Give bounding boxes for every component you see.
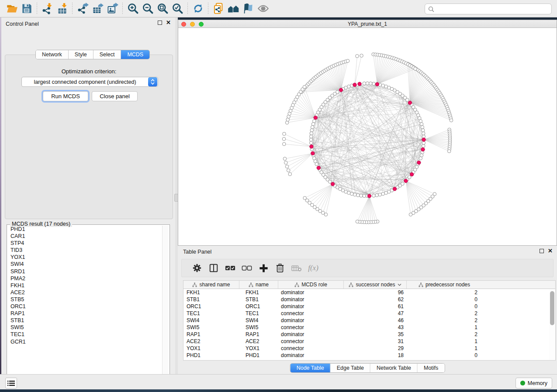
graph-node[interactable] — [283, 157, 287, 161]
graph-hub-node[interactable] — [404, 179, 408, 182]
table-row[interactable]: SWI4SWI4dominator462 — [183, 317, 555, 324]
table-row[interactable]: FKH1FKH1dominator962 — [183, 289, 555, 296]
mcds-result-item[interactable]: FKH1 — [8, 282, 162, 289]
graph-hub-node[interactable] — [408, 101, 412, 104]
tab-select[interactable]: Select — [93, 50, 121, 59]
mcds-result-item[interactable]: RAP1 — [8, 310, 162, 317]
graph-hub-node[interactable] — [393, 187, 396, 191]
network-graph[interactable] — [178, 28, 557, 245]
import-network-icon[interactable] — [40, 2, 55, 16]
search-input[interactable] — [434, 4, 551, 14]
network-canvas[interactable] — [178, 28, 557, 245]
graph-hub-node[interactable] — [417, 161, 421, 164]
graph-node[interactable] — [311, 125, 314, 129]
run-mcds-button[interactable]: Run MCDS — [43, 91, 88, 101]
close-icon[interactable]: ✕ — [166, 21, 171, 25]
graph-node[interactable] — [303, 85, 306, 89]
graph-node[interactable] — [408, 175, 411, 179]
graph-node[interactable] — [309, 138, 313, 141]
close-icon[interactable]: ✕ — [548, 249, 553, 253]
memory-button[interactable]: Memory — [515, 378, 552, 389]
mcds-result-item[interactable]: STB1 — [8, 317, 162, 324]
graph-node[interactable] — [303, 196, 307, 200]
show-columns-icon[interactable] — [205, 260, 222, 276]
graph-hub-node[interactable] — [367, 194, 371, 198]
graph-node[interactable] — [285, 121, 289, 124]
mcds-result-item[interactable]: STB5 — [8, 296, 162, 303]
save-session-icon[interactable] — [19, 2, 34, 16]
graph-node[interactable] — [310, 132, 313, 135]
first-neighbors-icon[interactable] — [226, 2, 241, 16]
mcds-list-scrollbar[interactable] — [162, 226, 169, 382]
mcds-result-item[interactable]: GCR1 — [8, 338, 162, 345]
graph-hub-node[interactable] — [358, 82, 361, 86]
graph-node[interactable] — [356, 193, 360, 197]
graph-node[interactable] — [282, 142, 286, 146]
graph-hub-node[interactable] — [314, 116, 317, 119]
graph-node[interactable] — [315, 162, 318, 166]
graph-node[interactable] — [356, 55, 359, 58]
mcds-result-item[interactable]: SWI4 — [8, 261, 162, 268]
column-header-MCDS-role[interactable]: MCDS role — [278, 281, 344, 289]
graph-node[interactable] — [311, 122, 315, 126]
graph-node[interactable] — [309, 135, 313, 138]
tab-edge-table[interactable]: Edge Table — [331, 364, 370, 372]
graph-node[interactable] — [421, 129, 425, 132]
network-window-titlebar[interactable]: YPA_prune.txt_1 — [178, 20, 557, 28]
tab-mcds[interactable]: MCDS — [121, 50, 149, 59]
close-panel-button[interactable]: Close panel — [92, 91, 138, 101]
graph-node[interactable] — [422, 144, 425, 148]
table-row[interactable]: YOX1YOX1connector291 — [183, 345, 555, 352]
table-row[interactable]: ORC1ORC1dominator610 — [183, 303, 555, 310]
graph-node[interactable] — [288, 172, 292, 176]
graph-node[interactable] — [360, 194, 363, 197]
graph-node[interactable] — [283, 132, 286, 136]
table-row[interactable]: STB1STB1dominator620 — [183, 296, 555, 303]
graph-node[interactable] — [353, 193, 356, 196]
mcds-result-item[interactable]: ORC1 — [8, 303, 162, 310]
graph-hub-node[interactable] — [339, 88, 343, 92]
table-scrollbar-thumb[interactable] — [550, 291, 554, 325]
graph-node[interactable] — [372, 194, 376, 197]
graph-node[interactable] — [422, 132, 425, 135]
tab-network[interactable]: Network — [36, 50, 69, 59]
graph-node[interactable] — [310, 129, 314, 132]
graph-hub-node[interactable] — [310, 145, 313, 148]
mcds-result-item[interactable]: TID3 — [8, 247, 162, 254]
graph-node[interactable] — [328, 180, 332, 183]
graph-node[interactable] — [401, 182, 405, 186]
table-row[interactable]: SWI5SWI5connector431 — [183, 324, 555, 331]
tab-network-table[interactable]: Network Table — [370, 364, 418, 372]
export-image-icon[interactable] — [105, 2, 120, 16]
zoom-fit-icon[interactable] — [155, 2, 170, 16]
graph-node[interactable] — [287, 169, 290, 172]
mcds-result-item[interactable]: STP4 — [8, 240, 162, 247]
add-column-icon[interactable] — [255, 260, 272, 276]
graph-node[interactable] — [363, 82, 366, 85]
select-all-columns-icon[interactable] — [222, 260, 239, 276]
mcds-result-item[interactable]: SRD1 — [8, 268, 162, 275]
table-row[interactable]: RAP1RAP1dominator352 — [183, 331, 555, 338]
graph-hub-node[interactable] — [311, 151, 315, 155]
column-header-successor-nodes[interactable]: successor nodes — [344, 281, 407, 289]
optimization-criterion-select[interactable]: largest connected component (undirected) — [21, 77, 158, 87]
graph-node[interactable] — [420, 154, 423, 157]
export-table-icon[interactable] — [90, 2, 105, 16]
graph-node[interactable] — [369, 82, 372, 85]
graph-node[interactable] — [450, 119, 453, 122]
graph-node[interactable] — [282, 138, 286, 141]
tab-motifs[interactable]: Motifs — [418, 364, 444, 372]
graph-hub-node[interactable] — [410, 172, 413, 176]
delete-column-icon[interactable] — [272, 260, 288, 276]
float-window-icon[interactable] — [540, 249, 544, 253]
graph-hub-node[interactable] — [375, 83, 379, 86]
table-row[interactable]: TEC1TEC1connector472 — [183, 310, 555, 317]
graph-node[interactable] — [381, 84, 385, 87]
graph-hub-node[interactable] — [317, 166, 320, 169]
graph-node[interactable] — [363, 194, 366, 198]
column-header-name[interactable]: name — [239, 281, 278, 289]
table-settings-gear-icon[interactable] — [189, 260, 205, 276]
graph-node[interactable] — [346, 59, 349, 63]
graph-node[interactable] — [350, 192, 353, 196]
mcds-result-item[interactable]: TEC1 — [8, 331, 162, 338]
